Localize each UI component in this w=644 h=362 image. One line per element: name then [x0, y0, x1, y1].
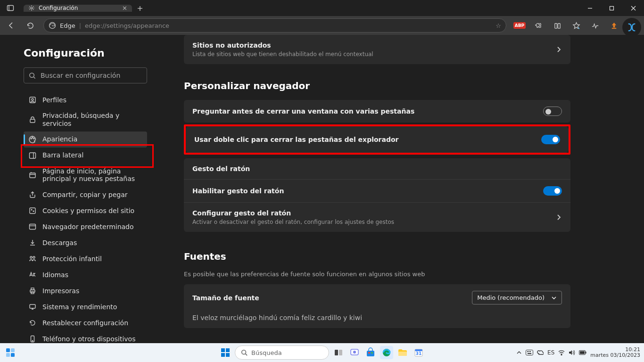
sidebar-item-default[interactable]: Navegador predeterminado — [24, 219, 147, 235]
configure-gesture-row[interactable]: Configurar gesto del ratón Activar o des… — [184, 202, 570, 232]
extensions-button[interactable] — [530, 18, 547, 33]
taskbar-search[interactable]: Búsqueda — [235, 346, 329, 360]
svg-point-14 — [31, 138, 32, 139]
wifi-icon[interactable] — [558, 350, 565, 355]
sidebar-item-profiles[interactable]: Perfiles — [24, 92, 147, 108]
close-tab-icon[interactable]: ✕ — [122, 5, 127, 12]
lang-indicator[interactable]: ES — [547, 349, 554, 356]
svg-rect-22 — [30, 224, 36, 230]
sidebar-item-devices[interactable]: Teléfono y otros dispositivos — [24, 331, 147, 343]
downloads-indicator-button[interactable] — [605, 18, 622, 33]
svg-rect-35 — [11, 353, 15, 357]
svg-rect-54 — [526, 350, 533, 355]
tab-actions-button[interactable] — [0, 4, 21, 12]
double-click-close-row: Usar doble clic para cerrar las pestañas… — [186, 126, 569, 153]
enable-gesture-toggle[interactable] — [543, 186, 562, 196]
settings-content[interactable]: Sitios no autorizados Lista de sitios we… — [156, 35, 644, 343]
sidebar-item-family[interactable]: Protección infantil — [24, 251, 147, 267]
chevron-down-icon — [551, 295, 557, 301]
svg-rect-6 — [611, 28, 616, 29]
sidebar-item-privacy[interactable]: Privacidad, búsqueda y servicios — [24, 108, 147, 132]
sidebar-item-appearance[interactable]: Apariencia — [24, 132, 147, 148]
chat-button[interactable] — [348, 346, 361, 359]
svg-rect-56 — [528, 351, 529, 352]
svg-rect-55 — [527, 351, 528, 352]
maximize-button[interactable] — [601, 0, 622, 16]
minimize-button[interactable] — [579, 0, 601, 16]
svg-rect-13 — [30, 119, 35, 123]
address-url: edge://settings/appearance — [85, 22, 492, 29]
sidebar-icon — [28, 151, 37, 160]
svg-rect-19 — [30, 208, 35, 214]
gear-icon — [28, 5, 35, 11]
sidebar-item-printers[interactable]: Impresoras — [24, 283, 147, 299]
chevron-right-icon — [555, 214, 562, 221]
share-icon — [28, 190, 37, 199]
row-subtitle: Lista de sitios web que tienen deshabili… — [192, 51, 550, 58]
clock[interactable]: 10:21 martes 03/10/2023 — [590, 347, 640, 358]
favorites-button[interactable] — [568, 18, 585, 33]
chevron-right-icon — [555, 46, 562, 53]
svg-rect-4 — [554, 23, 557, 28]
svg-rect-0 — [8, 6, 14, 11]
svg-rect-36 — [221, 348, 225, 352]
refresh-button[interactable] — [22, 18, 39, 33]
start-button[interactable] — [219, 346, 232, 359]
sidebar-item-share[interactable]: Compartir, copiar y pegar — [24, 187, 147, 203]
font-sample-text: El veloz murciélago hindú comía feliz ca… — [184, 311, 570, 328]
titlebar: Configuración ✕ + — [0, 0, 644, 16]
svg-text:31: 31 — [416, 351, 422, 356]
svg-point-24 — [33, 256, 35, 258]
sidebar-item-reset[interactable]: Restablecer configuración — [24, 315, 147, 331]
favorite-icon[interactable]: ☆ — [495, 22, 501, 29]
new-tab-button[interactable]: + — [132, 4, 148, 13]
double-click-close-toggle[interactable] — [541, 135, 560, 144]
svg-rect-50 — [398, 352, 407, 356]
volume-icon[interactable] — [569, 350, 575, 355]
collections-button[interactable] — [549, 18, 566, 33]
copilot-button[interactable] — [622, 18, 641, 37]
task-view-button[interactable] — [332, 346, 345, 359]
svg-point-23 — [30, 256, 32, 258]
explorer-button[interactable] — [396, 346, 409, 359]
system-icon — [28, 303, 37, 311]
calendar-button[interactable]: 31 — [412, 346, 425, 359]
svg-rect-34 — [6, 353, 10, 357]
font-size-select[interactable]: Medio (recomendado) — [472, 291, 562, 304]
sidebar-item-downloads[interactable]: Descargas — [24, 235, 147, 251]
store-button[interactable] — [364, 346, 377, 359]
keyboard-icon[interactable] — [526, 350, 533, 355]
search-placeholder: Buscar en configuración — [41, 72, 120, 79]
sidebar-item-startpage[interactable]: Página de inicio, página principal y nue… — [24, 164, 147, 187]
unauthorized-sites-card[interactable]: Sitios no autorizados Lista de sitios we… — [184, 35, 570, 64]
svg-rect-46 — [368, 352, 370, 354]
download-icon — [28, 239, 37, 247]
onedrive-icon[interactable] — [537, 349, 544, 356]
svg-rect-33 — [11, 348, 15, 352]
sidebar-item-system[interactable]: Sistema y rendimiento — [24, 299, 147, 315]
window-controls — [579, 0, 644, 16]
close-window-button[interactable] — [622, 0, 644, 16]
svg-rect-32 — [6, 348, 10, 352]
language-icon — [28, 271, 37, 279]
widgets-button[interactable] — [4, 346, 17, 359]
search-input[interactable]: Buscar en configuración — [24, 67, 147, 83]
svg-rect-47 — [371, 352, 373, 354]
sidebar-item-sidebar[interactable]: Barra lateral — [24, 148, 147, 164]
performance-button[interactable] — [586, 18, 603, 33]
edge-button[interactable] — [380, 346, 393, 359]
svg-point-44 — [353, 351, 356, 354]
sidebar-item-cookies[interactable]: Cookies y permisos del sitio — [24, 203, 147, 219]
back-button[interactable] — [3, 18, 20, 33]
settings-sidebar: Configuración Buscar en configuración Pe… — [0, 35, 156, 343]
svg-rect-5 — [558, 23, 560, 28]
ext-abp-button[interactable]: ABP — [511, 18, 528, 33]
active-tab[interactable]: Configuración ✕ — [24, 5, 132, 12]
address-app: Edge — [60, 22, 75, 29]
svg-rect-27 — [31, 292, 34, 294]
battery-icon[interactable] — [579, 350, 586, 355]
sidebar-item-languages[interactable]: Idiomas — [24, 267, 147, 283]
address-bar[interactable]: Edge | edge://settings/appearance ☆ — [43, 18, 506, 33]
tray-expand-icon[interactable] — [516, 350, 522, 355]
ask-before-close-toggle[interactable] — [543, 107, 562, 116]
